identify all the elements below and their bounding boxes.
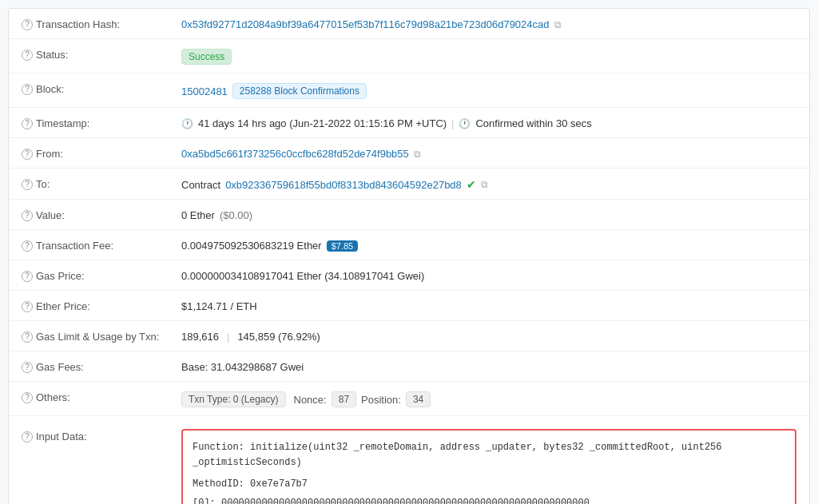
- input-data-box: Function: initialize(uint32 _remoteDomai…: [181, 429, 796, 504]
- block-value: 15002481 258288 Block Confirmations: [181, 81, 796, 99]
- others-label: ? Others:: [22, 390, 181, 403]
- value-value: 0 Ether ($0.00): [181, 208, 796, 221]
- ether-price-row: ? Ether Price: $1,124.71 / ETH: [9, 291, 809, 321]
- others-value: Txn Type: 0 (Legacy) Nonce: 87 Position:…: [181, 390, 796, 407]
- help-icon-gasprice[interactable]: ?: [22, 271, 33, 282]
- gas-usage: 145,859 (76.92%): [237, 331, 320, 343]
- help-icon-block[interactable]: ?: [22, 84, 33, 95]
- help-icon-gasfees[interactable]: ?: [22, 362, 33, 373]
- timestamp-label: ? Timestamp:: [22, 116, 181, 129]
- from-address-link[interactable]: 0xa5bd5c661f373256c0ccfbc628fd52de74f9bb…: [181, 148, 409, 160]
- help-icon-value[interactable]: ?: [22, 210, 33, 221]
- to-prefix: Contract: [181, 179, 220, 191]
- block-number-link[interactable]: 15002481: [181, 85, 228, 97]
- position-badge: 34: [406, 391, 431, 407]
- transaction-hash-row: ? Transaction Hash: 0x53fd92771d2084a9bf…: [9, 9, 809, 39]
- tx-fee-row: ? Transaction Fee: 0.004975092530683219 …: [9, 230, 809, 260]
- ether-price-label: ? Ether Price:: [22, 299, 181, 312]
- help-icon-gaslimit[interactable]: ?: [22, 331, 33, 343]
- help-icon-timestamp[interactable]: ?: [22, 118, 33, 129]
- tx-hash-link[interactable]: 0x53fd92771d2084a9bf39a6477015ef53b7f116…: [181, 18, 550, 30]
- param-0: [0]: 00000000000000000000000000000000000…: [193, 496, 785, 504]
- confirmed-text: Confirmed within 30 secs: [475, 117, 591, 129]
- to-label: ? To:: [22, 177, 181, 190]
- help-icon-status[interactable]: ?: [22, 50, 33, 61]
- txtype-badge: Txn Type: 0 (Legacy): [181, 391, 286, 407]
- gas-fees-text: Base: 31.043298687 Gwei: [181, 361, 304, 373]
- to-row: ? To: Contract 0xb92336759618f55bd0f8313…: [9, 169, 809, 200]
- nonce-badge: 87: [332, 391, 356, 407]
- help-icon-etherprice[interactable]: ?: [22, 301, 33, 312]
- block-label: ? Block:: [22, 81, 181, 95]
- method-id: MethodID: 0xe7e7a7b7: [193, 477, 785, 492]
- clock-icon: 🕐: [181, 118, 193, 129]
- gas-price-label: ? Gas Price:: [22, 268, 181, 282]
- copy-icon-to[interactable]: ⧉: [481, 179, 488, 190]
- status-row: ? Status: Success: [9, 39, 809, 73]
- gas-limit-label: ? Gas Limit & Usage by Txn:: [22, 329, 181, 343]
- input-data-content: Function: initialize(uint32 _remoteDomai…: [181, 424, 796, 504]
- tx-fee-amount: 0.004975092530683219 Ether: [181, 240, 322, 252]
- ether-price-text: $1,124.71 / ETH: [181, 300, 257, 312]
- transaction-hash-label: ? Transaction Hash:: [22, 17, 181, 30]
- value-row: ? Value: 0 Ether ($0.00): [9, 200, 809, 230]
- input-data-label: ? Input Data:: [22, 424, 181, 442]
- value-label: ? Value:: [22, 208, 181, 221]
- position-label: Position:: [361, 394, 401, 406]
- gas-limit-value: 189,616 | 145,859 (76.92%): [181, 329, 796, 343]
- tx-fee-usd-badge: $7.85: [327, 240, 359, 252]
- help-icon-inputdata[interactable]: ?: [22, 431, 33, 442]
- tx-fee-label: ? Transaction Fee:: [22, 238, 181, 252]
- status-badge: Success: [181, 49, 232, 65]
- gas-limit-amount: 189,616: [181, 331, 219, 343]
- copy-icon-txhash[interactable]: ⧉: [554, 19, 562, 30]
- function-line: Function: initialize(uint32 _remoteDomai…: [193, 440, 785, 470]
- status-value: Success: [181, 47, 796, 65]
- timestamp-row: ? Timestamp: 🕐 41 days 14 hrs ago (Jun-2…: [9, 108, 809, 138]
- gas-limit-row: ? Gas Limit & Usage by Txn: 189,616 | 14…: [9, 321, 809, 351]
- gas-fees-value: Base: 31.043298687 Gwei: [181, 359, 796, 373]
- help-icon-to[interactable]: ?: [22, 179, 33, 190]
- from-label: ? From:: [22, 146, 181, 160]
- from-row: ? From: 0xa5bd5c661f373256c0ccfbc628fd52…: [9, 138, 809, 169]
- verified-icon: ✔: [467, 178, 476, 191]
- block-confirmations-badge: 258288 Block Confirmations: [232, 83, 367, 99]
- to-value: Contract 0xb92336759618f55bd0f8313bd8436…: [181, 177, 796, 191]
- gas-fees-label: ? Gas Fees:: [22, 359, 181, 373]
- input-data-row: ? Input Data: Function: initialize(uint3…: [9, 416, 809, 504]
- timestamp-value: 🕐 41 days 14 hrs ago (Jun-21-2022 01:15:…: [181, 116, 796, 129]
- timestamp-text: 41 days 14 hrs ago (Jun-21-2022 01:15:16…: [198, 117, 447, 129]
- gas-price-text: 0.000000034108917041 Ether (34.108917041…: [181, 270, 424, 282]
- tx-fee-value: 0.004975092530683219 Ether $7.85: [181, 238, 796, 252]
- confirm-icon: 🕐: [459, 118, 471, 129]
- transaction-hash-value: 0x53fd92771d2084a9bf39a6477015ef53b7f116…: [181, 17, 796, 30]
- help-icon-others[interactable]: ?: [22, 392, 33, 403]
- help-icon-from[interactable]: ?: [22, 149, 33, 160]
- gas-price-row: ? Gas Price: 0.000000034108917041 Ether …: [9, 260, 809, 291]
- others-row: ? Others: Txn Type: 0 (Legacy) Nonce: 87…: [9, 382, 809, 416]
- gas-pipe: |: [227, 331, 229, 343]
- help-icon-txfee[interactable]: ?: [22, 240, 33, 252]
- status-label: ? Status:: [22, 47, 181, 61]
- copy-icon-from[interactable]: ⧉: [414, 149, 421, 160]
- to-address-link[interactable]: 0xb92336759618f55bd0f8313bd843604592e27b…: [225, 179, 462, 191]
- gas-fees-row: ? Gas Fees: Base: 31.043298687 Gwei: [9, 351, 809, 382]
- block-row: ? Block: 15002481 258288 Block Confirmat…: [9, 73, 809, 108]
- value-usd: ($0.00): [220, 209, 252, 221]
- nonce-label: Nonce:: [294, 394, 327, 406]
- from-value: 0xa5bd5c661f373256c0ccfbc628fd52de74f9bb…: [181, 146, 796, 160]
- gas-price-value: 0.000000034108917041 Ether (34.108917041…: [181, 268, 796, 282]
- help-icon-txhash[interactable]: ?: [22, 19, 33, 30]
- value-amount: 0 Ether: [181, 209, 215, 221]
- ether-price-value: $1,124.71 / ETH: [181, 299, 796, 312]
